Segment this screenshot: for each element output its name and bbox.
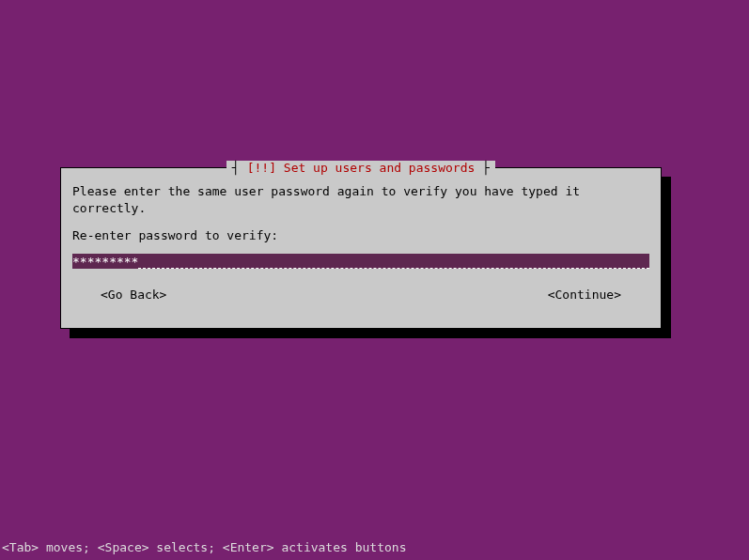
password-verify-label: Re-enter password to verify: [72, 228, 649, 242]
title-side-mark: ┤ [232, 161, 247, 175]
password-verify-input[interactable]: ********* [72, 254, 649, 269]
dialog-title-wrap: ┤ [!!] Set up users and passwords ├ [61, 161, 661, 175]
title-side-mark: ├ [475, 161, 490, 175]
dialog-title: ┤ [!!] Set up users and passwords ├ [226, 161, 495, 175]
continue-button[interactable]: <Continue> [548, 288, 621, 302]
dialog-title-marker: [!!] [247, 161, 276, 175]
go-back-button[interactable]: <Go Back> [101, 288, 166, 302]
dialog-content: Please enter the same user password agai… [72, 183, 649, 302]
dialog-instruction: Please enter the same user password agai… [72, 183, 649, 217]
dialog-title-text: Set up users and passwords [284, 161, 476, 175]
keyboard-hint-footer: <Tab> moves; <Space> selects; <Enter> ac… [2, 540, 406, 554]
password-verify-value: ********* [72, 255, 138, 269]
input-underline [138, 268, 649, 269]
password-input-remainder [138, 254, 649, 269]
setup-users-passwords-dialog: ┤ [!!] Set up users and passwords ├ Plea… [60, 167, 662, 329]
dialog-button-row: <Go Back> <Continue> [72, 288, 649, 302]
